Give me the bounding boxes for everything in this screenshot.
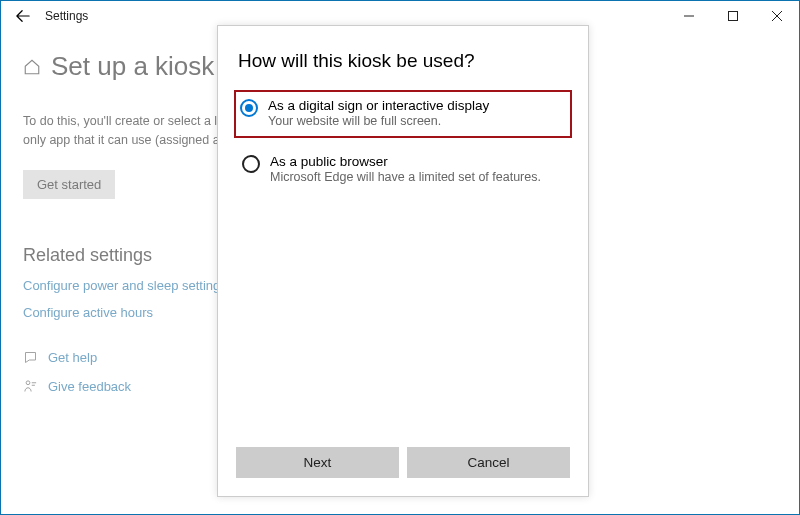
- svg-point-1: [26, 380, 30, 384]
- minimize-button[interactable]: [667, 1, 711, 31]
- maximize-button[interactable]: [711, 1, 755, 31]
- feedback-icon: [23, 379, 38, 394]
- dialog-content: How will this kiosk be used? As a digita…: [218, 26, 588, 433]
- close-button[interactable]: [755, 1, 799, 31]
- next-button[interactable]: Next: [236, 447, 399, 478]
- kiosk-usage-dialog: How will this kiosk be used? As a digita…: [217, 25, 589, 497]
- close-icon: [772, 11, 782, 21]
- minimize-icon: [684, 11, 694, 21]
- radio-option-digital-sign[interactable]: As a digital sign or interactive display…: [234, 90, 572, 138]
- dialog-footer: Next Cancel: [218, 433, 588, 496]
- cancel-button[interactable]: Cancel: [407, 447, 570, 478]
- window-controls: [667, 1, 799, 31]
- maximize-icon: [728, 11, 738, 21]
- window-title: Settings: [45, 9, 88, 23]
- back-button[interactable]: [9, 2, 37, 30]
- radio-button-icon: [240, 99, 258, 117]
- home-icon: [23, 58, 41, 76]
- page-title: Set up a kiosk: [51, 51, 214, 82]
- radio-option-public-browser[interactable]: As a public browser Microsoft Edge will …: [238, 148, 568, 192]
- back-arrow-icon: [16, 9, 30, 23]
- radio-button-icon: [242, 155, 260, 173]
- get-help-label: Get help: [48, 350, 97, 365]
- get-started-button[interactable]: Get started: [23, 170, 115, 199]
- give-feedback-label: Give feedback: [48, 379, 131, 394]
- radio-option-subtitle: Microsoft Edge will have a limited set o…: [270, 170, 541, 184]
- radio-option-title: As a public browser: [270, 154, 541, 169]
- radio-text: As a public browser Microsoft Edge will …: [270, 154, 541, 184]
- dialog-title: How will this kiosk be used?: [238, 50, 568, 72]
- radio-option-subtitle: Your website will be full screen.: [268, 114, 489, 128]
- chat-icon: [23, 350, 38, 365]
- radio-text: As a digital sign or interactive display…: [268, 98, 489, 128]
- radio-option-title: As a digital sign or interactive display: [268, 98, 489, 113]
- svg-rect-0: [729, 12, 738, 21]
